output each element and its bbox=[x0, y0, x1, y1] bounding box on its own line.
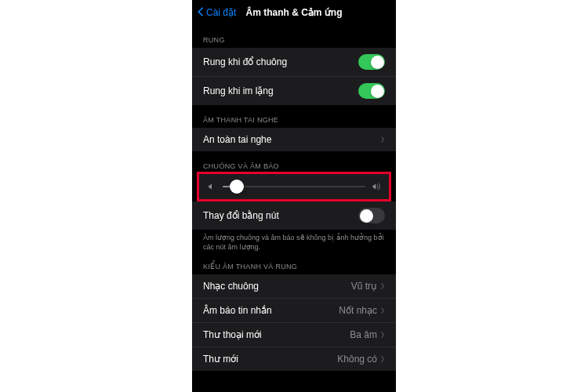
row-thu-moi[interactable]: Thư mới Không có bbox=[192, 347, 396, 371]
chevron-right-icon bbox=[380, 136, 385, 143]
row-value: Vũ trụ bbox=[351, 281, 377, 292]
row-am-bao-tin-nhan[interactable]: Âm báo tin nhắn Nốt nhạc bbox=[192, 299, 396, 323]
toggle-rung-do-chuong[interactable] bbox=[358, 54, 385, 70]
row-value: Ba âm bbox=[350, 329, 377, 340]
row-label: Thư mới bbox=[203, 354, 238, 365]
row-thay-doi-bang-nut[interactable]: Thay đổi bằng nút bbox=[192, 201, 396, 230]
volume-slider[interactable] bbox=[223, 186, 365, 187]
row-value: Nốt nhạc bbox=[339, 305, 377, 316]
navbar: Cài đặt Âm thanh & Cảm ứng bbox=[192, 0, 396, 25]
row-rung-do-chuong[interactable]: Rung khi đổ chuông bbox=[192, 48, 396, 77]
chevron-right-icon bbox=[380, 307, 385, 314]
chevron-right-icon bbox=[380, 355, 385, 363]
row-label: Thư thoại mới bbox=[203, 329, 262, 340]
chevron-left-icon bbox=[197, 6, 205, 20]
back-button[interactable]: Cài đặt bbox=[197, 6, 236, 20]
back-label: Cài đặt bbox=[206, 7, 236, 18]
group-tainghe: An toàn tai nghe bbox=[192, 128, 396, 151]
row-thu-thoai-moi[interactable]: Thư thoại mới Ba âm bbox=[192, 323, 396, 347]
section-header-tainghe: ÂM THANH TAI NGHE bbox=[192, 105, 396, 128]
row-nhac-chuong[interactable]: Nhạc chuông Vũ trụ bbox=[192, 274, 396, 299]
group-kieu: Nhạc chuông Vũ trụ Âm báo tin nhắn Nốt n… bbox=[192, 274, 396, 371]
chevron-right-icon bbox=[380, 282, 385, 290]
volume-slider-row bbox=[199, 174, 389, 199]
group-thay-doi: Thay đổi bằng nút bbox=[192, 201, 396, 230]
speaker-low-icon bbox=[207, 182, 216, 191]
row-rung-im-lang[interactable]: Rung khi im lặng bbox=[192, 77, 396, 105]
row-label: Rung khi đổ chuông bbox=[203, 56, 287, 67]
row-label: Nhạc chuông bbox=[203, 281, 259, 292]
row-label: Thay đổi bằng nút bbox=[203, 210, 279, 221]
section-header-kieu: KIỂU ÂM THANH VÀ RUNG bbox=[192, 252, 396, 274]
row-label: An toàn tai nghe bbox=[203, 134, 271, 145]
highlight-annotation bbox=[197, 172, 391, 201]
slider-thumb[interactable] bbox=[230, 180, 244, 194]
section-header-rung: RUNG bbox=[192, 25, 396, 48]
settings-screen: Cài đặt Âm thanh & Cảm ứng RUNG Rung khi… bbox=[192, 0, 396, 392]
speaker-high-icon bbox=[372, 182, 381, 191]
group-rung: Rung khi đổ chuông Rung khi im lặng bbox=[192, 48, 396, 105]
row-label: Rung khi im lặng bbox=[203, 85, 274, 96]
row-label: Âm báo tin nhắn bbox=[203, 305, 272, 316]
row-value: Không có bbox=[337, 354, 377, 365]
footer-text-chuong: Âm lượng chuông và âm báo sẽ không bị ản… bbox=[192, 230, 396, 252]
page-title: Âm thanh & Cảm ứng bbox=[246, 7, 343, 18]
row-an-toan-tai-nghe[interactable]: An toàn tai nghe bbox=[192, 128, 396, 151]
chevron-right-icon bbox=[380, 331, 385, 339]
section-header-chuong: CHUÔNG VÀ ÂM BÁO bbox=[192, 151, 396, 172]
toggle-rung-im-lang[interactable] bbox=[358, 83, 385, 99]
toggle-thay-doi-bang-nut[interactable] bbox=[358, 208, 385, 223]
